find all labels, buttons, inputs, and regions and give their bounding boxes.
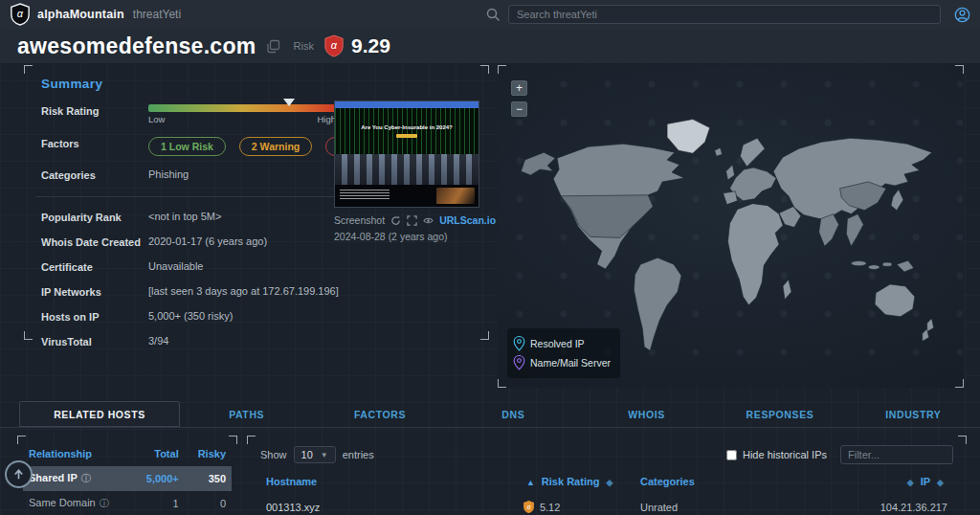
hosts-on-ip-row: Hosts on IP 5,000+ (350 risky) [41,310,478,323]
hosts-panel: Show 10 ▼ entries Hide historical IPs Ho… [247,436,967,515]
screenshot-footer-section [335,185,479,208]
map-zoom-out-button[interactable]: − [511,101,527,117]
page-size-select[interactable]: 10 ▼ [294,446,336,463]
screenshot-cta-button [396,134,417,138]
popularity-value: <not in top 5M> [148,211,221,222]
threatyeti-app: α alphaMountain threatYeti awesomedefens… [0,0,980,515]
legend-resolved-ip: Resolved IP [513,334,611,353]
relationships-table: Relationship Total Risky Shared IPⓘ 5,00… [23,445,232,515]
col-ip[interactable]: ◆ IP ◆ [829,472,953,495]
relationship-row-same-domain[interactable]: Same Domainⓘ 1 0 [23,491,232,515]
factor-pill-warning[interactable]: 2 Warning [239,137,312,156]
legend-name-mail-server: Name/Mail Server [513,353,611,372]
hosts-controls: Show 10 ▼ entries Hide historical IPs [260,445,953,464]
whois-value: 2020-01-17 (6 years ago) [148,235,267,247]
map-zoom-in-button[interactable]: + [511,80,527,96]
factor-pill-low[interactable]: 1 Low Risk [148,137,226,156]
risk-rating-marker [283,99,295,106]
map-legend: Resolved IP Name/Mail Server [507,328,620,378]
screenshot-box: Are You Cyber-Insurable in 2024? Screens… [334,101,479,242]
filter-input[interactable] [840,445,953,464]
account-icon[interactable] [954,7,970,23]
col-risky[interactable]: Risky [185,445,232,466]
risk-label: Risk [294,40,314,52]
certificate-value: Unavailable [148,260,203,272]
refresh-icon[interactable] [390,215,401,226]
relationship-row-shared-ip[interactable]: Shared IPⓘ 5,000+ 350 [23,466,232,491]
chevron-down-icon: ▼ [321,451,328,459]
col-risk-rating[interactable]: ▲ Risk Rating ◆ [517,472,635,495]
info-icon[interactable]: ⓘ [100,498,109,508]
tab-factors[interactable]: FACTORS [313,401,446,427]
domain-header: awesomedefense.com Risk α 9.29 [0,29,980,63]
top-nav: α alphaMountain threatYeti [0,0,980,29]
hide-historical-toggle[interactable]: Hide historical IPs [726,449,827,460]
name-mail-server-pin-icon [513,355,525,370]
search-input[interactable] [508,5,941,24]
tab-paths[interactable]: PATHS [180,401,313,427]
map-panel: + − Resolved IP Name/Mail Server [498,65,964,388]
categories-value: Phishing [148,168,189,180]
tab-dns[interactable]: DNS [447,401,580,427]
scroll-to-top-button[interactable] [5,460,33,488]
col-hostname[interactable]: Hostname [260,472,517,495]
relationships-panel: Relationship Total Risky Shared IPⓘ 5,00… [17,436,237,515]
risk-score: 9.29 [351,34,390,57]
hosts-table: Hostname ▲ Risk Rating ◆ Categories ◆ IP… [260,472,953,515]
copy-icon[interactable] [266,39,280,54]
alphamountain-logo-icon: α [10,3,31,26]
sort-asc-icon: ▲ [526,478,535,487]
screenshot-city-section [335,154,479,185]
entries-label: entries [343,449,374,460]
show-label: Show [260,449,287,460]
tab-responses[interactable]: RESPONSES [713,401,846,427]
risk-rating-label: Risk Rating [41,104,148,117]
map-zoom-controls: + − [511,80,527,117]
factors-label: Factors [41,137,148,149]
col-total[interactable]: Total [132,445,185,466]
svg-text:α: α [17,8,24,19]
page-title-domain: awesomedefense.com [17,34,256,59]
hosts-on-ip-label: Hosts on IP [41,310,148,323]
popularity-label: Popularity Rank [41,211,148,223]
section-tabs: RELATED HOSTS PATHS FACTORS DNS WHOIS RE… [0,401,980,428]
brand-name: alphaMountain [37,8,124,21]
resolved-ip-pin-icon [513,336,525,351]
info-icon[interactable]: ⓘ [81,473,91,483]
col-relationship[interactable]: Relationship [23,445,132,466]
virustotal-label: VirusTotal [41,335,148,347]
expand-icon[interactable] [407,215,417,226]
sort-icon: ◆ [907,478,914,487]
ip-networks-value: [last seen 3 days ago at 172.67.199.196] [148,285,339,297]
certificate-row: Certificate Unavailable [41,260,478,273]
screenshot-date: 2024-08-28 (2 years ago) [334,231,479,242]
screenshot-label: Screenshot [334,214,385,226]
tab-industry[interactable]: INDUSTRY [847,401,980,427]
search-icon [485,7,501,22]
summary-title: Summary [41,77,478,91]
sort-icon: ◆ [606,478,612,487]
urlscan-link[interactable]: URLScan.io [439,214,496,226]
svg-text:α: α [527,504,531,510]
tab-whois[interactable]: WHOIS [580,401,713,427]
col-categories[interactable]: Categories [635,472,829,495]
whois-label: Whois Date Created [41,235,148,248]
eye-icon[interactable] [423,215,434,226]
tab-related-hosts[interactable]: RELATED HOSTS [19,401,180,427]
hosts-on-ip-value: 5,000+ (350 risky) [148,310,233,322]
summary-panel: Summary Risk Rating Low High Factors 1 L… [24,65,489,340]
site-screenshot-thumbnail[interactable]: Are You Cyber-Insurable in 2024? [334,101,479,208]
virustotal-row: VirusTotal 3/94 [41,335,478,347]
brand-product: threatYeti [133,8,181,21]
scale-low-label: Low [148,114,165,124]
risk-shield-icon: α [323,34,345,57]
virustotal-value: 3/94 [148,335,168,347]
host-row[interactable]: 001313.xyz α 5.12 Unrated 104.21.36.217 [260,495,953,515]
hide-historical-checkbox[interactable] [726,450,737,460]
screenshot-headline: Are You Cyber-Insurable in 2024? [361,124,452,130]
risk-shield-warning-icon: α [523,500,535,514]
nav-search [485,5,970,24]
svg-text:α: α [331,39,338,51]
brand[interactable]: α alphaMountain threatYeti [10,3,181,26]
certificate-label: Certificate [41,260,148,273]
